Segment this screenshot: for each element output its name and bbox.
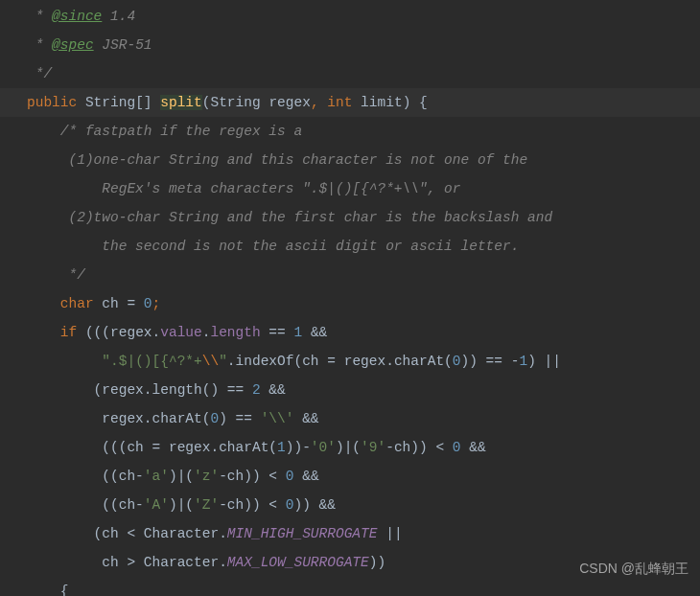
- code-line: (2)two-char String and the first char is…: [27, 203, 700, 232]
- code-line: RegEx's meta characters ".$|()[{^?*+\\",…: [27, 174, 700, 203]
- code-line: ((ch-'a')|('z'-ch)) < 0 &&: [27, 462, 700, 491]
- watermark: CSDN @乱蜂朝王: [579, 554, 688, 583]
- code-line: (1)one-char String and this character is…: [27, 146, 700, 174]
- code-line: */: [27, 59, 700, 88]
- code-line: char ch = 0;: [27, 289, 700, 318]
- code-line: regex.charAt(0) == '\\' &&: [27, 404, 700, 433]
- code-line: * @spec JSR-51: [27, 31, 700, 59]
- code-line: (ch < Character.MIN_HIGH_SURROGATE ||: [27, 519, 700, 548]
- code-line: */: [27, 261, 700, 289]
- code-line: ((ch-'A')|('Z'-ch)) < 0)) &&: [27, 491, 700, 519]
- code-line: if (((regex.value.length == 1 &&: [27, 318, 700, 347]
- code-editor[interactable]: * @since 1.4 * @spec JSR-51 */ public St…: [27, 2, 700, 596]
- method-signature-line: public String[] split(String regex, int …: [0, 88, 700, 117]
- code-line: the second is not the ascii digit or asc…: [27, 232, 700, 261]
- code-line: ".$|()[{^?*+\\".indexOf(ch = regex.charA…: [27, 347, 700, 376]
- code-line: * @since 1.4: [27, 2, 700, 31]
- code-line: (regex.length() == 2 &&: [27, 376, 700, 404]
- code-line: (((ch = regex.charAt(1))-'0')|('9'-ch)) …: [27, 433, 700, 462]
- code-line: /* fastpath if the regex is a: [27, 117, 700, 146]
